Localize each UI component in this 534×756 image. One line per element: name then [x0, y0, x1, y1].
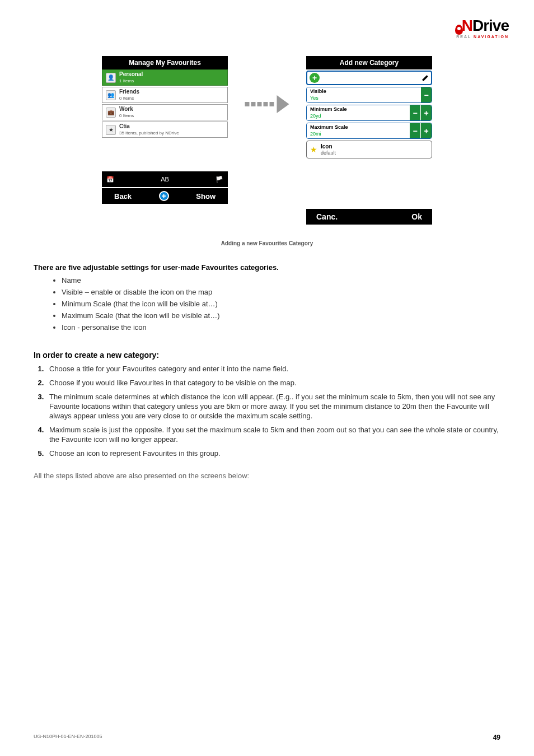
steps-heading: In order to create a new category: [34, 351, 500, 360]
bottom-button-bar: Back + Show [102, 188, 228, 204]
page-number: 49 [493, 734, 500, 741]
ok-button[interactable]: Ok [411, 212, 422, 221]
item-sub: 0 Items [119, 113, 134, 118]
person-icon: 👤 [106, 73, 116, 83]
intro-text: There are five adjustable settings for u… [34, 263, 500, 272]
sort-toolbar: 📅 AB 🏳️ [102, 171, 228, 187]
pin-icon [455, 25, 463, 35]
setting-item: Maximum Scale (that the icon will be vis… [62, 311, 500, 320]
edit-icon [422, 74, 429, 81]
tagline-nav: NAVIGATION [474, 35, 509, 39]
row-value: default [321, 150, 336, 156]
sort-flag-icon[interactable]: 🏳️ [216, 176, 223, 183]
add-button[interactable]: + [159, 191, 169, 201]
decrement-button[interactable]: − [409, 123, 420, 138]
people-icon: 👥 [106, 90, 116, 100]
row-value: 20yd [310, 113, 321, 119]
settings-list: Name Visible – enable or disable the ico… [62, 276, 500, 332]
logo-n: N [462, 17, 472, 34]
list-item[interactable]: 💼 Work0 Items [102, 104, 228, 120]
steps-list: Choose a title for your Favourites categ… [46, 364, 500, 458]
figure-caption: Adding a new Favourites Category [34, 240, 500, 246]
visible-row: VisibleYes − [306, 87, 432, 103]
star-icon: ★ [310, 145, 317, 154]
page-footer: UG-N10PH-01-EN-EN-201005 49 [34, 734, 500, 741]
back-button[interactable]: Back [106, 190, 139, 203]
left-panel-title: Manage My Favourites [102, 56, 228, 69]
max-scale-row: Maximum Scale20mi − + [306, 123, 432, 139]
row-key: Maximum Scale [310, 124, 406, 130]
after-steps-text: All the steps listed above are also pres… [34, 472, 500, 480]
sort-date-icon[interactable]: 📅 [106, 176, 114, 183]
setting-item: Visible – enable or disable the icon on … [62, 288, 500, 296]
item-label: Ctia [119, 123, 224, 129]
item-sub: 1 Items [119, 78, 134, 83]
row-key: Minimum Scale [310, 106, 406, 113]
favourites-list: 👤 Personal1 Items 👥 Friends0 Items 💼 Wor… [102, 69, 228, 138]
tagline-real: REAL [456, 35, 474, 39]
item-label: Friends [119, 88, 224, 95]
star-icon: ★ [106, 125, 116, 135]
item-label: Personal [119, 71, 224, 77]
list-item[interactable]: 👥 Friends0 Items [102, 87, 228, 103]
increment-button[interactable]: + [420, 123, 432, 138]
decrement-button[interactable]: − [420, 87, 432, 102]
min-scale-row: Minimum Scale20yd − + [306, 105, 432, 121]
add-category-panel: Add new Category + VisibleYes − Minimum … [306, 56, 432, 225]
sort-alpha[interactable]: AB [161, 176, 169, 183]
setting-item: Name [62, 276, 500, 284]
right-panel-title: Add new Category [306, 56, 432, 69]
icon-row[interactable]: ★ Icondefault [306, 141, 432, 158]
right-button-bar: Canc. Ok [306, 209, 432, 225]
show-button[interactable]: Show [188, 190, 223, 203]
step-item: Choose an icon to represent Favourites i… [46, 449, 500, 458]
step-item: Choose a title for your Favourites categ… [46, 364, 500, 374]
category-name-field[interactable]: + [306, 71, 432, 85]
row-key: Icon [321, 143, 332, 150]
manage-favourites-panel: Manage My Favourites 👤 Personal1 Items 👥… [102, 56, 228, 213]
doc-id: UG-N10PH-01-EN-EN-201005 [34, 734, 102, 741]
increment-button[interactable]: + [420, 105, 432, 120]
setting-item: Minimum Scale (that the icon will be vis… [62, 300, 500, 308]
briefcase-icon: 💼 [106, 108, 116, 118]
row-value: Yes [310, 95, 318, 101]
step-item: The minimum scale determines at which di… [46, 392, 500, 421]
row-key: Visible [310, 88, 417, 95]
logo-rest: Drive [472, 17, 509, 34]
flow-arrow [245, 95, 289, 113]
setting-item: Icon - personalise the icon [62, 323, 500, 332]
step-item: Choose if you would like Favourites in t… [46, 378, 500, 388]
item-sub: 35 Items, published by NDrive [119, 130, 179, 136]
arrow-right-icon [277, 95, 289, 113]
row-value: 20mi [310, 131, 321, 137]
figure: Manage My Favourites 👤 Personal1 Items 👥… [34, 56, 500, 225]
plus-icon: + [310, 73, 320, 83]
item-label: Work [119, 106, 224, 112]
item-sub: 0 Items [119, 96, 134, 101]
chevron-down-icon [160, 206, 170, 213]
step-item: Maximum scale is just the opposite. If y… [46, 425, 500, 444]
list-item[interactable]: 👤 Personal1 Items [102, 69, 228, 86]
decrement-button[interactable]: − [409, 105, 420, 120]
cancel-button[interactable]: Canc. [316, 212, 338, 221]
list-item[interactable]: ★ Ctia35 Items, published by NDrive [102, 122, 228, 138]
brand-logo: NDrive REAL NAVIGATION [455, 17, 509, 39]
